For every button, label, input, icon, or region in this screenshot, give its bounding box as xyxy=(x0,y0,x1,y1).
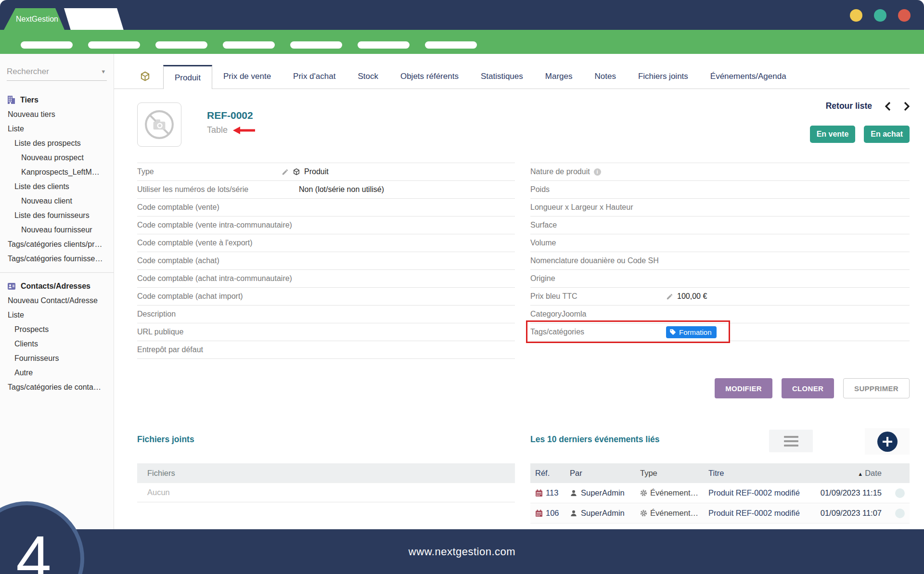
sidebar-item-liste-tiers[interactable]: Liste xyxy=(0,122,114,136)
list-menu-button[interactable] xyxy=(769,430,813,452)
sidebar-menu: Tiers Nouveau tiers Liste Liste des pros… xyxy=(0,92,114,395)
product-fields-left: Type Produit Utiliser les numéros de lot… xyxy=(137,163,515,359)
event-type: Événement… xyxy=(650,488,698,497)
attachments-title: Fichiers joints xyxy=(137,434,194,445)
field-row-nomenclature: Nomenclature douanière ou Code SH xyxy=(530,252,910,270)
event-row[interactable]: 106 SuperAdmin Événement… Produit REF-00… xyxy=(530,503,910,523)
sidebar-item-kanprospects[interactable]: Kanprospects_LeftM… xyxy=(0,165,114,179)
red-arrow-annotation xyxy=(233,127,255,134)
event-row[interactable]: 113 SuperAdmin Événement… Produit REF-00… xyxy=(530,483,910,503)
sidebar-section-label: Contacts/Adresses xyxy=(21,282,90,291)
col-date[interactable]: ▲Date xyxy=(814,469,890,478)
nav-pill[interactable] xyxy=(155,41,207,49)
sidebar-section-tiers[interactable]: Tiers xyxy=(0,92,114,107)
tab-objets-referents[interactable]: Objets référents xyxy=(389,64,470,89)
tab-fichiers-joints[interactable]: Fichiers joints xyxy=(627,64,699,89)
field-row-surface: Surface xyxy=(530,217,910,234)
tab-statistiques[interactable]: Statistiques xyxy=(470,64,534,89)
chevron-left-icon[interactable] xyxy=(885,102,891,111)
col-type[interactable]: Type xyxy=(640,469,708,478)
field-value: 100,00 € xyxy=(677,292,707,301)
sidebar-item-nouveau-tiers[interactable]: Nouveau tiers xyxy=(0,107,114,122)
sidebar-item-nouveau-contact[interactable]: Nouveau Contact/Adresse xyxy=(0,293,114,308)
info-icon[interactable]: i xyxy=(594,168,601,176)
nav-pill[interactable] xyxy=(425,41,477,49)
window-dot-red-icon[interactable] xyxy=(898,9,911,22)
field-value: Produit xyxy=(304,167,329,176)
tag-badge-formation[interactable]: Formation xyxy=(666,326,717,338)
sidebar-item-liste-contacts[interactable]: Liste xyxy=(0,308,114,322)
no-photo-camera-icon xyxy=(143,109,175,140)
nav-pill[interactable] xyxy=(358,41,410,49)
col-ref[interactable]: Réf. xyxy=(530,469,570,478)
sidebar-item-clients[interactable]: Clients xyxy=(0,337,114,351)
sidebar-item-tags-clients[interactable]: Tags/catégories clients/pr… xyxy=(0,237,114,252)
sidebar-item-liste-des-clients[interactable]: Liste des clients xyxy=(0,179,114,194)
footer-bar: www.nextgestion.com xyxy=(0,529,924,574)
sidebar-item-prospects[interactable]: Prospects xyxy=(0,322,114,337)
tab-stock[interactable]: Stock xyxy=(346,64,389,89)
nav-pill[interactable] xyxy=(223,41,275,49)
sidebar: Rechercher ▾ Tiers Nouveau tiers Liste L… xyxy=(0,54,114,529)
events-table-header: Réf. Par Type Titre ▲Date xyxy=(530,463,910,483)
back-to-list-link[interactable]: Retour liste xyxy=(826,101,872,111)
tag-icon xyxy=(669,329,676,335)
sidebar-item-tags-fournisseurs[interactable]: Tags/catégories fournisse… xyxy=(0,252,114,266)
chevron-right-icon[interactable] xyxy=(904,102,910,111)
field-row-code-vente: Code comptable (vente) xyxy=(137,199,515,217)
events-title: Les 10 derniers événements liés xyxy=(530,434,659,445)
tab-prix-de-vente[interactable]: Prix de vente xyxy=(212,64,282,89)
window-dot-yellow-icon[interactable] xyxy=(850,9,862,22)
building-icon xyxy=(8,96,15,104)
nav-pill[interactable] xyxy=(290,41,342,49)
brand-secondary-tab[interactable] xyxy=(64,8,124,30)
event-type: Événement… xyxy=(650,509,698,518)
event-titre: Produit REF-0002 modifié xyxy=(708,488,814,497)
brand-tab[interactable]: NextGestion xyxy=(4,8,65,30)
col-par[interactable]: Par xyxy=(570,469,640,478)
tab-marges[interactable]: Marges xyxy=(534,64,584,89)
attachments-empty-row: Aucun xyxy=(137,483,515,502)
sidebar-item-liste-des-prospects[interactable]: Liste des prospects xyxy=(0,136,114,151)
sidebar-item-tags-contacts[interactable]: Tags/catégories de conta… xyxy=(0,380,114,395)
field-row-dimensions: Longueur x Largeur x Hauteur xyxy=(530,199,910,217)
field-row-nature: Nature de produiti xyxy=(530,163,910,181)
sidebar-item-nouveau-fournisseur[interactable]: Nouveau fournisseur xyxy=(0,223,114,237)
calendar-icon xyxy=(535,489,543,497)
nav-pill[interactable] xyxy=(21,41,73,49)
pencil-icon[interactable] xyxy=(282,168,289,176)
event-user: SuperAdmin xyxy=(581,509,625,518)
product-photo-placeholder[interactable] xyxy=(137,102,181,147)
field-row-volume: Volume xyxy=(530,234,910,252)
delete-button[interactable]: SUPPRIMER xyxy=(843,378,910,398)
field-row-type: Type Produit xyxy=(137,163,515,181)
window-controls xyxy=(850,9,911,22)
tab-produit[interactable]: Produit xyxy=(163,65,212,89)
sidebar-item-liste-des-fournisseurs[interactable]: Liste des fournisseurs xyxy=(0,208,114,223)
step-number: 4 xyxy=(16,527,51,574)
sidebar-item-autre[interactable]: Autre xyxy=(0,366,114,380)
sidebar-item-fournisseurs[interactable]: Fournisseurs xyxy=(0,351,114,366)
chevron-down-icon[interactable]: ▾ xyxy=(102,68,107,75)
clone-button[interactable]: CLONER xyxy=(782,378,834,398)
add-event-button[interactable] xyxy=(877,432,898,452)
field-row-code-achat-intra: Code comptable (achat intra-communautair… xyxy=(137,270,515,288)
pencil-icon[interactable] xyxy=(666,293,673,300)
nav-pill[interactable] xyxy=(88,41,140,49)
cube-icon xyxy=(293,168,300,176)
sidebar-item-nouveau-prospect[interactable]: Nouveau prospect xyxy=(0,151,114,165)
event-row[interactable] xyxy=(530,523,910,529)
tab-notes[interactable]: Notes xyxy=(583,64,627,89)
window-dot-green-icon[interactable] xyxy=(874,9,886,22)
tab-evenements-agenda[interactable]: Événements/Agenda xyxy=(699,64,797,89)
sidebar-item-nouveau-client[interactable]: Nouveau client xyxy=(0,194,114,208)
attachments-table: Fichiers Aucun xyxy=(137,463,515,502)
sidebar-section-contacts[interactable]: Contacts/Adresses xyxy=(0,279,114,293)
modify-button[interactable]: MODIFIER xyxy=(715,378,772,398)
field-row-prix-bleu: Prix bleu TTC 100,00 € xyxy=(530,288,910,306)
event-status-dot xyxy=(895,488,905,498)
col-titre[interactable]: Titre xyxy=(708,469,814,478)
search-input[interactable]: Rechercher ▾ xyxy=(7,63,107,81)
product-tabbar: Produit Prix de vente Prix d'achat Stock… xyxy=(114,62,910,89)
tab-prix-dachat[interactable]: Prix d'achat xyxy=(282,64,346,89)
